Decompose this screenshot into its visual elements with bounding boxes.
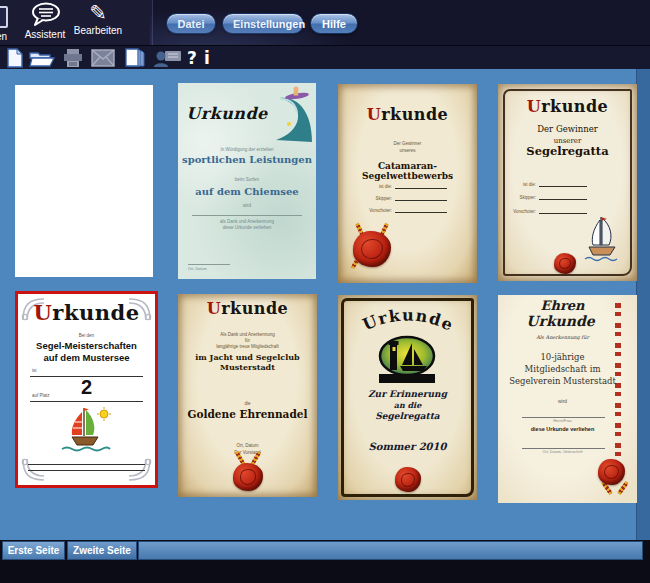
cert-title: Urkunde [178,300,317,318]
template-thumb-meisterschaften-selected[interactable]: Urkunde Bei den Segel-Meisterschaften au… [15,291,158,488]
wax-seal [598,459,625,485]
template-thumb-ehrennadel[interactable]: Urkunde Als Dank und Anerkennung für lan… [178,294,317,497]
header-bar: en Assistent ✎ Bearbeiten Datei Einstell… [0,0,650,45]
cert-text: Zur Erinnerung [338,389,477,399]
cert-title: Urkunde [182,105,272,123]
cert-text: Bei den [18,333,155,338]
cert-title: Urkunde [338,106,477,124]
wax-seal [395,467,421,492]
field-label: Vorschoter: [510,209,536,214]
sailboat-sun-illustration [58,406,114,454]
template-thumb-ehrenurkunde[interactable]: Ehren Urkunde Als Anerkennung für 10-jäh… [498,295,637,503]
title-rest: rkunde [541,97,608,116]
fill-in-line [192,215,302,216]
toolbar-item-assistant-label: Assistent [18,29,72,40]
email-button[interactable] [90,47,116,69]
toolbar-item-cut-label: en [0,31,7,42]
template-thumb-blank[interactable] [15,85,153,277]
fill-in-line [522,448,605,449]
pages-stack-icon [124,48,146,68]
cert-text: Der Gewinner [338,141,477,146]
template-gallery: Urkunde In Würdigung der erzielten sport… [0,69,650,540]
template-thumb-erinnerung[interactable]: Urkunde Zur Erinnerung an die Segelregat… [338,295,477,500]
template-thumb-segelregatta[interactable]: Urkunde Der Gewinner unserer Segelregatt… [498,84,637,281]
field-label: ist die: [362,184,392,189]
info-icon: i [204,48,210,68]
icon-toolbar: ? i [0,45,650,70]
cert-text: unseres [338,148,477,153]
cert-title: Urkunde [360,305,457,335]
copies-button[interactable] [122,47,148,69]
cert-title-line2: Urkunde [498,313,623,329]
sailboat-illustration [583,215,621,263]
new-document-button[interactable] [2,47,28,69]
cert-title: Urkunde [498,98,637,116]
cert-text: diese Urkunde verliehen [178,225,316,230]
scrollbar-track[interactable] [636,69,650,540]
cert-text: auf dem Mustersee [18,353,155,364]
fill-in-line [539,207,587,214]
cert-text: Segel-Meisterschaften [18,341,155,352]
envelope-icon [91,49,115,67]
fill-in-line [395,194,447,201]
speech-bubble-icon [28,2,62,28]
cert-text: Ort, Datum, Unterschrift [498,450,627,454]
cert-text: wird [178,203,316,208]
lighthouse-sailboat-logo [376,335,438,387]
print-button[interactable] [60,47,86,69]
menu-button-hilfe[interactable]: Hilfe [310,13,358,34]
wax-seal [233,463,263,491]
wax-seal [554,253,576,274]
tab-erste-seite[interactable]: Erste Seite [2,541,65,560]
contacts-button[interactable] [152,47,184,69]
field-label: Vorschoter: [362,208,392,213]
cert-text: Musterstadt [178,363,317,372]
cert-text: Catamaran-Segelwettbewerbs [338,161,477,182]
address-card-icon [153,48,183,68]
title-initial: U [527,97,541,116]
cert-text: Als Anerkennung für [498,335,627,341]
cert-text: Ort, Datum [178,443,317,448]
cert-text: Goldene Ehrennadel [178,408,317,420]
menu-button-einstellungen[interactable]: Einstellungen [222,13,304,34]
fill-in-line [395,182,447,189]
toolbar-item-edit[interactable]: ✎ Bearbeiten [70,2,126,36]
toolbar-item-assistant[interactable]: Assistent [18,2,72,40]
cert-text: beim Surfen [178,177,316,182]
field-label: Skipper: [362,196,392,201]
cert-text: wird [498,399,627,405]
cert-text: auf dem Chiemsee [178,186,316,198]
cert-text: ist [32,368,37,373]
template-thumb-catamaran[interactable]: Urkunde Der Gewinner unseres Catamaran-S… [338,84,477,283]
fill-in-line [188,264,230,265]
template-thumb-surfen-chiemsee[interactable]: Urkunde In Würdigung der erzielten sport… [178,83,316,279]
info-button[interactable]: i [200,47,214,69]
fill-in-line [522,417,605,418]
open-button[interactable] [26,47,58,69]
tab-zweite-seite[interactable]: Zweite Seite [67,541,137,560]
help-button[interactable]: ? [184,47,200,69]
menu-button-datei[interactable]: Datei [166,13,216,34]
cert-text: Herrn/Frau [498,419,627,423]
cert-text: auf Platz [32,393,50,398]
cert-text: Segelregatta [498,145,637,158]
window-icon [0,6,8,28]
tab-strip-filler [138,541,643,560]
cert-text: an die [338,401,477,410]
fill-in-line [28,464,145,465]
cert-text: für [178,338,317,343]
bottom-area: Erste Seite Zweite Seite [0,540,650,583]
cert-text: Der Vorstand [178,450,317,455]
title-initial: U [33,300,52,325]
seal-ribbon [617,481,628,495]
title-initial: U [207,299,221,318]
wax-seal [353,231,391,267]
title-rest: rkunde [52,300,139,325]
field-label: Skipper: [510,195,536,200]
title-initial: U [367,105,381,124]
cert-text: diese Urkunde verliehen [498,426,627,432]
cert-text: In Würdigung der erzielten [178,147,316,152]
svg-text:Urkunde: Urkunde [360,305,457,335]
new-document-icon [6,48,24,68]
cert-text: im Jacht und Segelclub [178,353,317,362]
